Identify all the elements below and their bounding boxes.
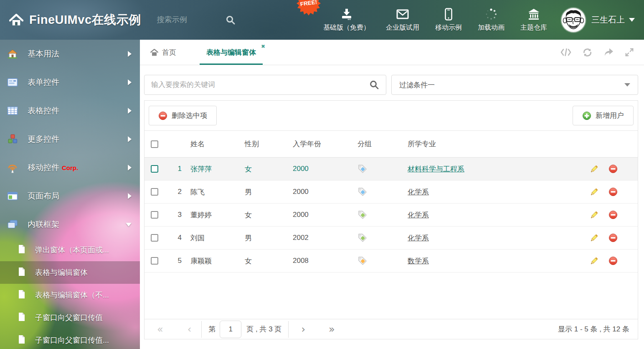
row-number: 3 (167, 211, 184, 219)
nav-item-loading-animation[interactable]: 加载动画 (478, 8, 505, 32)
sidebar-item-label: 页面布局 (28, 191, 59, 201)
delete-icon[interactable] (609, 256, 618, 265)
home-icon[interactable] (9, 14, 23, 26)
cell-name: 张萍萍 (184, 164, 243, 174)
table-row[interactable]: 3 董婷婷 女 2000 化学系 (145, 204, 638, 227)
table-row[interactable]: 5 康颖颖 女 2008 数学系 (145, 250, 638, 273)
next-page-button[interactable]: › (301, 324, 305, 334)
delete-icon[interactable] (609, 210, 618, 219)
file-icon (18, 312, 26, 323)
keyword-search-box (144, 75, 386, 95)
top-header: FineUIMvc在线示例 FREE! 基础版（免费） (0, 0, 644, 40)
row-checkbox[interactable] (151, 165, 158, 173)
cell-year: 2008 (289, 257, 353, 265)
nav-item-enterprise-trial[interactable]: 企业版试用 (386, 8, 419, 32)
sidebar-item-basic-usage[interactable]: 基本用法 (0, 40, 140, 68)
house-icon (7, 48, 18, 59)
first-page-button[interactable]: « (157, 324, 163, 334)
search-icon[interactable] (226, 15, 236, 25)
cell-name: 康颖颖 (184, 256, 243, 266)
delete-icon[interactable] (609, 233, 618, 242)
nav-label: 主题仓库 (520, 23, 547, 32)
chevron-right-icon (128, 165, 132, 171)
chevron-down-icon (126, 223, 132, 227)
nav-item-theme-repo[interactable]: 主题仓库 (520, 8, 547, 32)
row-number: 4 (167, 234, 184, 242)
header-search-input[interactable] (157, 15, 220, 24)
filter-dropdown[interactable]: 过滤条件一 (391, 75, 638, 95)
row-checkbox[interactable] (151, 211, 158, 219)
edit-icon[interactable] (590, 188, 598, 196)
sidebar-item-iframe[interactable]: 内联框架 (0, 210, 140, 239)
avatar (561, 8, 586, 32)
sidebar-subitem-child-to-parent[interactable]: 子窗口向父窗口传值 (0, 306, 140, 329)
cell-gender: 男 (243, 187, 289, 197)
main-content: 首页 表格与编辑窗体 ✖ (140, 40, 644, 349)
add-user-button[interactable]: 新增用户 (573, 106, 634, 125)
edit-icon[interactable] (590, 234, 598, 242)
download-icon (340, 8, 353, 20)
sidebar-item-more-controls[interactable]: 更多控件 (0, 125, 140, 153)
cell-gender: 女 (243, 210, 289, 220)
table-row[interactable]: 2 陈飞 男 2000 化学系 (145, 181, 638, 204)
table-row[interactable]: 4 刘国 男 2002 化学系 (145, 227, 638, 250)
last-page-button[interactable]: » (329, 324, 335, 334)
delete-selected-button[interactable]: 删除选中项 (149, 106, 217, 125)
major-link[interactable]: 材料科学与工程系 (408, 165, 464, 173)
sidebar-item-grid-controls[interactable]: 表格控件 (0, 97, 140, 125)
expand-icon[interactable] (625, 48, 634, 57)
sidebar-subitem-child-to-parent-2[interactable]: 子窗口向父窗口传值... (0, 329, 140, 349)
keyword-search-input[interactable] (151, 81, 369, 89)
search-icon[interactable] (369, 80, 379, 90)
row-checkbox[interactable] (151, 188, 158, 196)
row-checkbox[interactable] (151, 234, 158, 242)
refresh-icon[interactable] (583, 48, 592, 57)
user-menu[interactable]: 三生石上 (561, 8, 635, 32)
page-number-input[interactable] (220, 321, 241, 338)
prev-page-button[interactable]: ‹ (188, 324, 192, 334)
nav-label: 移动示例 (435, 23, 462, 32)
row-number: 1 (167, 165, 184, 173)
row-checkbox[interactable] (151, 257, 158, 265)
nav-item-mobile-demo[interactable]: 移动示例 (435, 8, 462, 32)
cell-name: 陈飞 (184, 187, 243, 197)
sidebar-item-mobile-controls[interactable]: 移动控件 Corp. (0, 153, 140, 182)
sidebar-subitem-label: 子窗口向父窗口传值 (35, 313, 103, 323)
mobile-icon (445, 8, 452, 20)
source-code-icon[interactable] (560, 48, 571, 57)
corp-badge: Corp. (62, 164, 78, 171)
sidebar-subitem-grid-edit-window[interactable]: 表格与编辑窗体 (0, 261, 140, 284)
cubes-icon (7, 134, 18, 145)
chevron-down-icon (629, 18, 635, 22)
share-icon[interactable] (603, 48, 614, 57)
select-all-checkbox[interactable] (151, 140, 158, 148)
sidebar-item-form-controls[interactable]: 表单控件 (0, 68, 140, 97)
sidebar-subitem-label: 子窗口向父窗口传值... (35, 335, 109, 345)
nav-item-basic-edition[interactable]: FREE! 基础版（免费） (323, 8, 370, 32)
frames-icon (7, 219, 18, 230)
tag-icon (357, 233, 368, 243)
tag-icon (357, 210, 368, 220)
major-link[interactable]: 化学系 (408, 234, 429, 242)
sidebar-item-page-layout[interactable]: 页面布局 (0, 182, 140, 210)
delete-icon[interactable] (609, 187, 618, 196)
sidebar-subitem-popup-window[interactable]: 弹出窗体（本页面或... (0, 239, 140, 261)
major-link[interactable]: 化学系 (408, 188, 429, 196)
tab-home[interactable]: 首页 (150, 40, 176, 65)
major-link[interactable]: 数学系 (408, 257, 429, 265)
row-number: 2 (167, 188, 184, 196)
major-link[interactable]: 化学系 (408, 211, 429, 219)
close-tab-icon[interactable]: ✖ (261, 43, 265, 49)
table-row[interactable]: 1 张萍萍 女 2000 材料科学与工程系 (145, 158, 638, 181)
tab-grid-edit-window[interactable]: 表格与编辑窗体 ✖ (200, 40, 263, 65)
file-icon (18, 267, 26, 278)
tag-icon (357, 164, 368, 174)
edit-icon[interactable] (590, 211, 598, 219)
sidebar-subitem-grid-edit-window-2[interactable]: 表格与编辑窗体（不... (0, 284, 140, 306)
sidebar-item-label: 表单控件 (28, 77, 59, 88)
filter-row: 过滤条件一 (144, 75, 638, 95)
edit-icon[interactable] (590, 257, 598, 265)
cell-name: 董婷婷 (184, 210, 243, 220)
delete-icon[interactable] (609, 164, 618, 173)
edit-icon[interactable] (590, 165, 598, 173)
